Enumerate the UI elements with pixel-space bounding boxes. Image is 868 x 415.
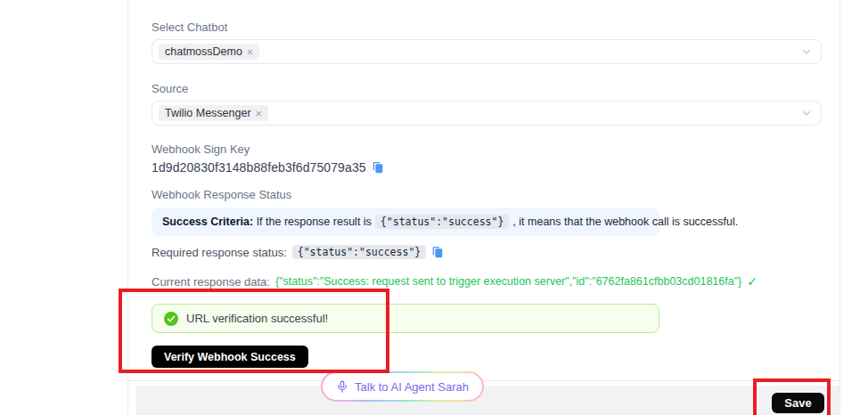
url-verification-alert: URL verification successful! xyxy=(151,304,659,333)
content-divider xyxy=(128,380,839,381)
chevron-down-icon xyxy=(801,46,812,57)
chatbot-select[interactable]: chatmossDemo × xyxy=(151,39,822,64)
required-status-row: Required response status: {"status":"suc… xyxy=(151,245,444,259)
source-label: Source xyxy=(151,82,188,95)
criteria-bold-text: Success Criteria: xyxy=(162,216,253,228)
footer-strip xyxy=(136,386,839,415)
check-icon: ✓ xyxy=(747,274,757,289)
copy-icon[interactable] xyxy=(372,161,384,174)
webhook-settings-page: Select Chatbot chatmossDemo × Source Twi… xyxy=(0,0,868,415)
source-select[interactable]: Twilio Messenger × xyxy=(151,101,822,126)
required-status-code: {"status":"success"} xyxy=(292,245,426,259)
chatbot-tag: chatmossDemo × xyxy=(159,44,259,60)
current-response-row: Current response data: {"status":"Succes… xyxy=(151,274,757,289)
source-tag: Twilio Messenger × xyxy=(159,105,268,121)
criteria-suffix-text: , it means that the webhook call is succ… xyxy=(512,216,738,228)
microphone-icon xyxy=(336,380,348,393)
sign-key-row: 1d9d20830f3148b88feb3f6d75079a35 xyxy=(151,160,384,175)
talk-to-agent-button-inner: Talk to AI Agent Sarah xyxy=(323,373,482,400)
success-circle-check-icon xyxy=(164,312,178,326)
panel-left-border xyxy=(127,0,128,415)
sign-key-value: 1d9d20830f3148b88feb3f6d75079a35 xyxy=(151,160,366,175)
chatbot-tag-remove-icon[interactable]: × xyxy=(247,46,254,58)
sign-key-label: Webhook Sign Key xyxy=(151,142,250,156)
verify-webhook-button[interactable]: Verify Webhook Success xyxy=(151,346,308,368)
url-verification-text: URL verification successful! xyxy=(186,312,328,325)
copy-icon[interactable] xyxy=(431,246,444,258)
required-status-label: Required response status: xyxy=(151,246,287,259)
success-criteria-info: Success Criteria: If the response result… xyxy=(151,208,659,236)
source-tag-remove-icon[interactable]: × xyxy=(256,108,263,119)
chevron-down-icon xyxy=(801,108,812,118)
panel-right-border xyxy=(839,0,840,415)
current-response-value: {"status":"Success: request sent to trig… xyxy=(275,275,741,288)
response-status-label: Webhook Response Status xyxy=(151,188,291,201)
current-response-label: Current response data: xyxy=(151,275,270,289)
source-tag-label: Twilio Messenger xyxy=(165,107,251,119)
talk-to-agent-button[interactable]: Talk to AI Agent Sarah xyxy=(321,371,484,402)
talk-to-agent-label: Talk to AI Agent Sarah xyxy=(355,380,469,394)
criteria-mid-text: If the response result is xyxy=(257,216,372,228)
chatbot-tag-label: chatmossDemo xyxy=(165,45,242,58)
chatbot-label: Select Chatbot xyxy=(151,20,227,34)
criteria-code: {"status":"success"} xyxy=(375,215,509,229)
save-button[interactable]: Save xyxy=(772,393,824,413)
